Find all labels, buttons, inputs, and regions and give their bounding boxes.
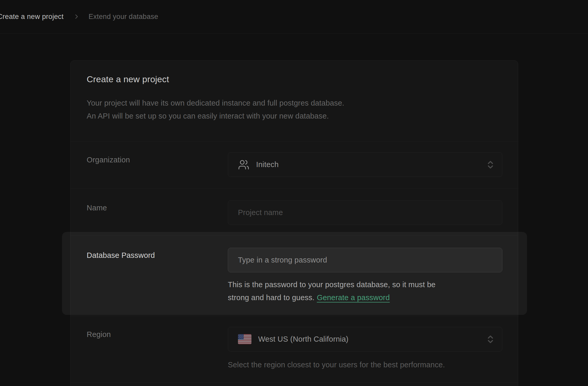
- create-project-card: Create a new project Your project will h…: [70, 60, 518, 386]
- database-password-row: Database Password This is the password t…: [71, 236, 518, 316]
- chevrons-up-down-icon: [486, 334, 495, 344]
- breadcrumb-item-extend-database[interactable]: Extend your database: [88, 13, 158, 21]
- region-value: West US (North California): [258, 335, 348, 343]
- breadcrumb: Create a new project Extend your databas…: [0, 13, 158, 21]
- region-select[interactable]: West US (North California): [228, 327, 502, 351]
- organization-label: Organization: [87, 152, 228, 177]
- page-title: Create a new project: [87, 74, 502, 85]
- name-label: Name: [87, 200, 228, 225]
- card-description-line1: Your project will have its own dedicated…: [87, 99, 344, 107]
- organization-row: Organization Initech: [71, 141, 518, 189]
- card-description-line2: An API will be set up so you can easily …: [87, 112, 329, 120]
- region-row: Region: [71, 316, 518, 383]
- password-help-text: This is the password to your postgres da…: [228, 278, 502, 304]
- region-help-text: Select the region closest to your users …: [228, 358, 502, 371]
- card-header: Create a new project Your project will h…: [71, 61, 518, 141]
- organization-select[interactable]: Initech: [228, 152, 502, 177]
- password-help-line1: This is the password to your postgres da…: [228, 280, 435, 289]
- password-help-line2: strong and hard to guess.: [228, 293, 314, 302]
- name-row: Name: [71, 189, 518, 236]
- project-name-input[interactable]: [228, 200, 502, 225]
- database-password-label: Database Password: [87, 248, 228, 304]
- generate-password-link[interactable]: Generate a password: [317, 293, 390, 302]
- chevron-right-icon: [73, 13, 80, 20]
- database-password-input[interactable]: [228, 248, 502, 272]
- us-flag-icon: [238, 334, 251, 344]
- breadcrumb-item-create-project[interactable]: Create a new project: [0, 13, 64, 21]
- breadcrumb-bar: Create a new project Extend your databas…: [0, 0, 588, 33]
- region-label: Region: [87, 327, 228, 371]
- chevrons-up-down-icon: [486, 160, 495, 170]
- users-icon: [238, 159, 249, 170]
- card-description: Your project will have its own dedicated…: [87, 96, 502, 122]
- organization-value: Initech: [256, 160, 279, 169]
